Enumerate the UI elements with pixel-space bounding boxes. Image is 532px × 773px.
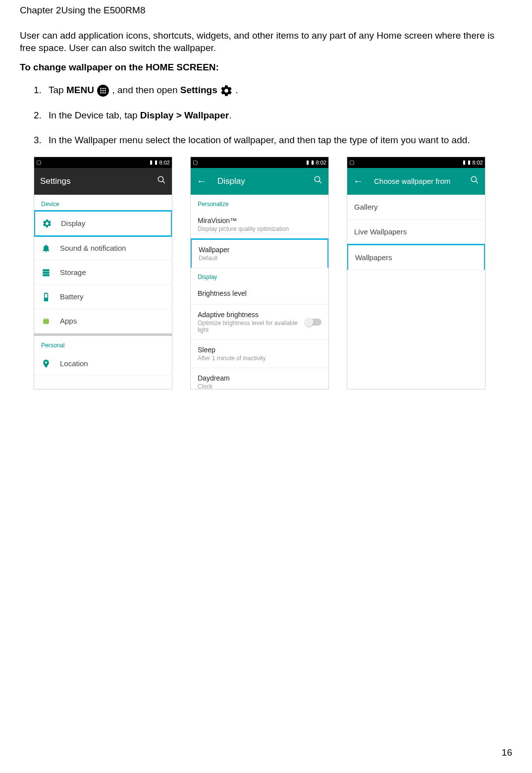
row-label: Location — [60, 359, 88, 368]
svg-point-5 — [103, 90, 104, 92]
app-bar: ← Display — [191, 168, 328, 195]
toggle-adaptive[interactable] — [306, 319, 321, 326]
svg-line-22 — [319, 181, 321, 184]
search-icon[interactable] — [470, 175, 479, 187]
row-apps[interactable]: Apps — [34, 309, 172, 333]
display-body: Personalize MiraVision™ Display picture … — [191, 195, 328, 389]
svg-rect-13 — [43, 272, 49, 274]
svg-point-10 — [158, 177, 163, 182]
step-2: 2. In the Device tab, tap Display > Wall… — [34, 107, 512, 124]
search-icon[interactable] — [314, 175, 322, 187]
svg-point-18 — [44, 318, 45, 319]
status-time: 8:02 — [160, 160, 170, 166]
row-wallpaper[interactable]: Wallpaper Default — [191, 238, 328, 268]
signal-icon: ▮ — [463, 159, 466, 166]
step-1: 1. Tap MENU , and then open Settings . — [34, 82, 512, 99]
svg-point-21 — [315, 177, 320, 182]
row-label: Apps — [60, 317, 77, 325]
section-personalize: Personalize — [191, 195, 328, 211]
row-battery[interactable]: Battery — [34, 285, 172, 309]
row-label: Display — [61, 219, 85, 227]
phone-screenshot-display: ▢ ▮▮8:02 ← Display Personalize MiraVisio… — [190, 157, 329, 389]
status-bar: ▢ ▮▮8:02 — [191, 157, 328, 168]
phone-screenshot-settings: ▢ ▮▮8:02 Settings Device Display Sound &… — [34, 157, 172, 389]
intro-paragraph: User can add application icons, shortcut… — [20, 30, 512, 54]
app-bar: Settings — [34, 168, 172, 195]
section-display: Display — [191, 268, 328, 283]
screenshots-row: ▢ ▮▮8:02 Settings Device Display Sound &… — [34, 157, 512, 389]
signal-icon: ▮ — [150, 159, 153, 166]
settings-gear-icon — [220, 84, 233, 97]
signal-icon: ▮ — [306, 159, 309, 166]
bell-icon — [41, 243, 51, 253]
row-miravision[interactable]: MiraVision™ Display picture quality opti… — [191, 211, 328, 239]
row-daydream[interactable]: Daydream Clock — [191, 368, 328, 389]
status-bar: ▢ ▮▮8:02 — [34, 157, 172, 168]
status-time: 8:02 — [473, 160, 483, 166]
svg-point-4 — [100, 90, 102, 92]
svg-point-8 — [103, 92, 104, 94]
svg-point-1 — [100, 88, 102, 90]
back-button[interactable]: ← — [197, 175, 207, 187]
app-bar: ← Choose wallpaper from — [347, 168, 485, 195]
section-device: Device — [34, 195, 172, 211]
image-icon: ▢ — [36, 159, 41, 166]
svg-rect-20 — [43, 319, 49, 324]
svg-point-6 — [105, 90, 106, 92]
menu-icon — [97, 84, 109, 97]
row-display[interactable]: Display — [34, 210, 172, 237]
svg-point-9 — [105, 92, 106, 94]
subheading: To change wallpaper on the HOME SCREEN: — [20, 62, 512, 73]
settings-body: Device Display Sound & notification Stor… — [34, 195, 172, 389]
back-button[interactable]: ← — [353, 175, 363, 187]
row-label: Storage — [60, 268, 86, 276]
svg-rect-17 — [45, 298, 48, 301]
svg-point-19 — [48, 318, 49, 319]
app-bar-title: Settings — [40, 176, 157, 186]
app-bar-title: Choose wallpaper from — [374, 177, 470, 185]
svg-rect-16 — [45, 293, 47, 294]
app-bar-title: Display — [217, 176, 314, 186]
row-brightness[interactable]: Brightness level — [191, 283, 328, 305]
display-icon — [42, 219, 52, 228]
battery-icon: ▮ — [311, 159, 314, 166]
row-label: Battery — [60, 292, 84, 301]
row-storage[interactable]: Storage — [34, 261, 172, 285]
image-icon: ▢ — [349, 159, 354, 166]
status-time: 8:02 — [316, 160, 326, 166]
svg-rect-12 — [43, 269, 49, 271]
row-location[interactable]: Location — [34, 352, 172, 376]
storage-icon — [41, 268, 51, 277]
choose-body: Gallery Live Wallpapers Wallpapers — [347, 195, 485, 389]
row-sleep[interactable]: Sleep After 1 minute of inactivity — [191, 340, 328, 368]
battery-icon: ▮ — [468, 159, 471, 166]
svg-point-7 — [100, 92, 102, 94]
chapter-header: Chapter 2Using the E500RM8 — [20, 5, 512, 16]
section-personal: Personal — [34, 336, 172, 352]
page-number: 16 — [502, 747, 512, 758]
svg-point-3 — [105, 88, 106, 90]
phone-screenshot-choose-wallpaper: ▢ ▮▮8:02 ← Choose wallpaper from Gallery… — [347, 157, 485, 389]
row-wallpapers[interactable]: Wallpapers — [347, 244, 485, 270]
svg-rect-14 — [43, 274, 49, 276]
step-3: 3. In the Wallpaper menu select the loca… — [34, 132, 512, 149]
svg-line-24 — [476, 181, 478, 184]
battery-icon — [41, 292, 51, 302]
location-icon — [41, 359, 51, 369]
apps-icon — [41, 316, 51, 326]
row-live-wallpapers[interactable]: Live Wallpapers — [347, 220, 485, 244]
steps-list: 1. Tap MENU , and then open Settings . 2… — [20, 82, 512, 149]
row-sound[interactable]: Sound & notification — [34, 236, 172, 261]
row-adaptive[interactable]: Adaptive brightness Optimize brightness … — [191, 305, 328, 340]
svg-line-11 — [162, 181, 165, 184]
row-label: Sound & notification — [60, 244, 126, 252]
svg-point-2 — [103, 88, 104, 90]
svg-point-23 — [471, 177, 477, 182]
row-gallery[interactable]: Gallery — [347, 195, 485, 220]
battery-icon: ▮ — [155, 159, 158, 166]
status-bar: ▢ ▮▮8:02 — [347, 157, 485, 168]
image-icon: ▢ — [193, 159, 198, 166]
search-icon[interactable] — [157, 175, 166, 187]
